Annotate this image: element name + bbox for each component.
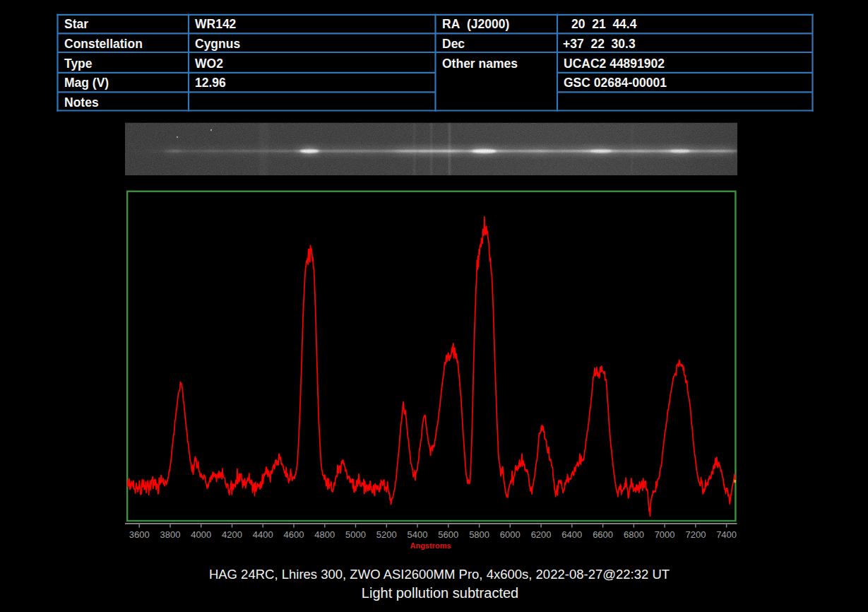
svg-text:4600: 4600 — [284, 529, 304, 540]
svg-text:5000: 5000 — [345, 529, 366, 540]
svg-text:UCAC2 44891902: UCAC2 44891902 — [564, 57, 665, 71]
svg-text:7000: 7000 — [655, 529, 675, 540]
svg-text:RA (J2000): RA (J2000) — [442, 17, 509, 31]
svg-text:5800: 5800 — [469, 529, 489, 540]
svg-text:6000: 6000 — [500, 529, 521, 540]
svg-text:Cygnus: Cygnus — [195, 37, 240, 51]
svg-text:Notes: Notes — [64, 95, 99, 110]
svg-text:HAG 24RC, Lhires 300, ZWO ASI2: HAG 24RC, Lhires 300, ZWO ASI2600MM Pro,… — [209, 567, 670, 582]
svg-text:20 21 44.4: 20 21 44.4 — [571, 17, 637, 31]
svg-text:Constellation: Constellation — [64, 37, 143, 51]
svg-text:Angstroms: Angstroms — [410, 541, 451, 550]
svg-text:GSC 02684-00001: GSC 02684-00001 — [564, 76, 667, 90]
svg-text:Mag (V): Mag (V) — [64, 76, 109, 90]
svg-text:6400: 6400 — [561, 529, 582, 540]
svg-text:6800: 6800 — [624, 529, 644, 540]
svg-text:Other names: Other names — [442, 57, 518, 71]
svg-text:3600: 3600 — [129, 529, 150, 540]
svg-text:5600: 5600 — [438, 529, 458, 540]
svg-text:4400: 4400 — [253, 529, 273, 540]
svg-text:+37 22 30.3: +37 22 30.3 — [563, 37, 636, 51]
svg-text:6600: 6600 — [593, 529, 613, 540]
svg-text:3800: 3800 — [160, 529, 181, 540]
svg-text:5400: 5400 — [408, 529, 428, 540]
svg-text:5200: 5200 — [376, 529, 397, 540]
svg-text:6200: 6200 — [531, 529, 552, 540]
svg-text:4200: 4200 — [222, 529, 242, 540]
svg-text:7200: 7200 — [685, 529, 706, 540]
svg-text:Dec: Dec — [442, 37, 465, 51]
svg-text:12.96: 12.96 — [195, 76, 226, 90]
svg-text:7400: 7400 — [716, 529, 737, 540]
svg-text:4800: 4800 — [314, 529, 335, 540]
svg-text:WO2: WO2 — [195, 57, 223, 71]
svg-text:4000: 4000 — [191, 529, 211, 540]
svg-text:Type: Type — [64, 57, 93, 71]
svg-text:Star: Star — [64, 17, 88, 31]
svg-text:Light pollution subtracted: Light pollution subtracted — [362, 585, 518, 601]
svg-text:WR142: WR142 — [195, 17, 237, 31]
